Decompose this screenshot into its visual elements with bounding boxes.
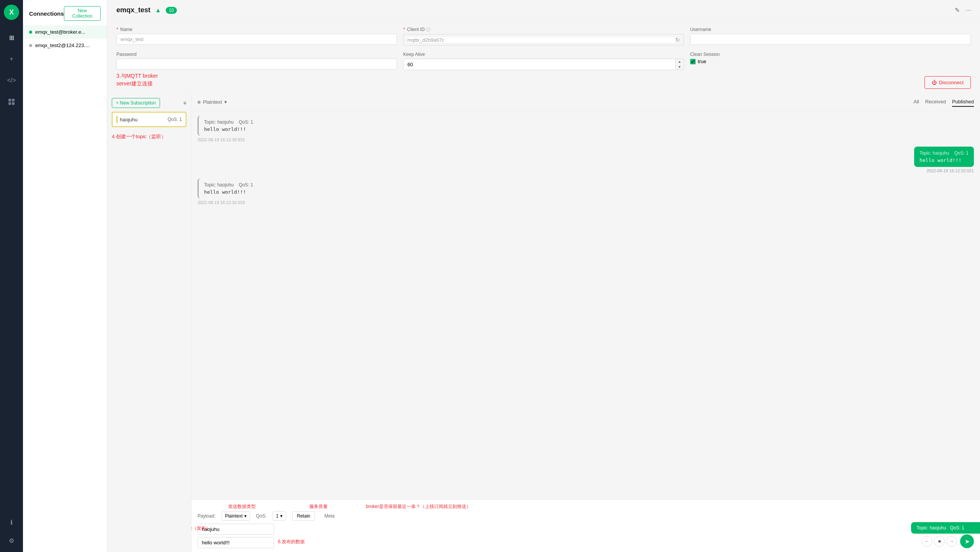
tab-received[interactable]: Received <box>925 97 946 107</box>
qos-value: 1 <box>276 513 279 519</box>
disconnect-section: 3.与MQTT brokerserver建立连接 ⏻ ⏻ Disconnect … <box>107 76 980 93</box>
svg-rect-1 <box>12 99 15 101</box>
connection-item-2[interactable]: emqx_test2@124.223.... <box>23 39 107 52</box>
sidebar-icon-info[interactable]: ℹ <box>5 515 18 529</box>
retain-button[interactable]: Retain <box>292 511 315 521</box>
publish-actions: ← ■ → ➤ <box>922 534 974 548</box>
subscriptions-panel: + New Subscription ≡ haojuhu QoS: 1 4.创建… <box>107 93 191 552</box>
annotation-6-text: 6.发布的数据 <box>278 539 305 545</box>
client-id-input[interactable] <box>407 37 675 43</box>
svg-rect-2 <box>8 102 11 105</box>
clean-session-field-group: Clean Session true <box>690 52 971 70</box>
password-field-group: Password <box>116 52 397 70</box>
subscription-item-1[interactable]: haojuhu QoS: 1 <box>112 112 186 127</box>
top-header: emqx_test ▲ 10 ✎ ··· <box>107 0 980 21</box>
username-label: Username <box>690 27 711 32</box>
keep-alive-input[interactable] <box>403 59 675 70</box>
disconnect-button[interactable]: ⏻ ⏻ Disconnect Disconnect <box>924 76 971 89</box>
clean-session-label: Clean Session <box>690 52 720 57</box>
messages-area: Plaintext ▾ All Received Published Topic… <box>191 93 980 552</box>
msg-filter-tabs: All Received Published <box>913 97 974 107</box>
msg1-text: hello world!!! <box>204 126 253 132</box>
sub-topic-label: haojuhu <box>120 117 137 122</box>
edit-icon[interactable]: ✎ <box>955 7 960 14</box>
nav-arrows: ← ■ → <box>922 536 957 547</box>
new-subscription-button[interactable]: + New Subscription <box>112 98 160 108</box>
partial-bubble: Topic: haojuhu QoS: 1 <box>911 522 980 534</box>
clean-session-wrapper: true <box>690 59 971 64</box>
connection-name: emqx_test <box>116 6 150 14</box>
more-icon[interactable]: ··· <box>966 7 971 14</box>
connection-status-dot-1 <box>29 31 32 34</box>
status-up-icon: ▲ <box>155 7 161 14</box>
password-input[interactable] <box>121 61 393 67</box>
clean-session-value: true <box>698 59 706 64</box>
svg-rect-0 <box>8 99 11 101</box>
keep-alive-down[interactable]: ▼ <box>676 64 684 70</box>
meta-label: Meta <box>324 513 335 519</box>
stop-button[interactable]: ■ <box>934 536 945 547</box>
qos-select[interactable]: 1 ▾ <box>273 511 286 521</box>
prev-button[interactable]: ← <box>922 536 933 547</box>
publish-payload-input[interactable] <box>198 537 274 548</box>
msg2-text: hello world!!! <box>920 157 969 163</box>
sidebar-icon-table[interactable] <box>5 95 18 109</box>
msg-count-badge: 10 <box>166 7 177 14</box>
plaintext-selector[interactable]: Plaintext ▾ <box>198 99 227 105</box>
refresh-icon[interactable]: ↻ <box>675 37 680 43</box>
send-button[interactable]: ➤ <box>960 534 974 548</box>
payload-chevron: ▾ <box>244 513 247 519</box>
power-icon: ⏻ <box>932 80 937 85</box>
client-id-info-icon: ⓘ <box>426 27 430 32</box>
plaintext-label: Plaintext <box>203 99 222 105</box>
main-right: emqx_test ▲ 10 ✎ ··· * Name <box>107 0 980 552</box>
tab-all[interactable]: All <box>913 97 919 107</box>
sidebar-icon-connections[interactable]: ⊞ <box>5 31 18 44</box>
annotation-retain: broker是否保留最近一条？（上线订阅就立刻推送） <box>366 503 471 510</box>
plaintext-dot <box>198 101 201 104</box>
username-input[interactable] <box>694 36 967 42</box>
username-input-wrapper <box>690 34 971 45</box>
connection-status-dot-2 <box>29 44 32 47</box>
payload-label: Payload: <box>198 513 216 519</box>
connection-item-1[interactable]: emqx_test@broker.e... <box>23 25 107 39</box>
keep-alive-up[interactable]: ▲ <box>676 59 684 64</box>
sidebar: X ⊞ + </> ℹ ⚙ <box>0 0 23 552</box>
sidebar-icon-plus[interactable]: + <box>5 52 18 66</box>
tab-published[interactable]: Published <box>952 97 974 107</box>
payload-type-value: Plaintext <box>225 513 243 519</box>
msg3-topic: Topic: haojuhu QoS: 1 <box>204 182 253 188</box>
annotation-payload-type: 发送数据类型 <box>228 503 256 510</box>
qos-label: QoS: <box>256 513 266 519</box>
connection-label-1: emqx_test@broker.e... <box>35 29 85 35</box>
filter-icon[interactable]: ≡ <box>183 100 186 106</box>
sidebar-icon-code[interactable]: </> <box>5 73 18 87</box>
msg2-topic: Topic: haojuhu QoS: 1 <box>920 150 969 156</box>
msg2-time: 2022-08-19 16:12:32:021 <box>914 168 974 173</box>
form-section: * Name * Client ID ⓘ <box>107 21 980 93</box>
keep-alive-input-wrapper: ▲ ▼ <box>403 59 684 70</box>
plaintext-chevron: ▾ <box>224 99 227 105</box>
name-input-wrapper <box>116 34 397 45</box>
annotation-4-text: 4.创建一个topic（监听） <box>112 133 186 140</box>
next-button[interactable]: → <box>946 536 957 547</box>
new-collection-button[interactable]: New Collection <box>64 6 101 21</box>
connections-panel: Connections New Collection emqx_test@bro… <box>23 0 107 552</box>
keep-alive-label: Keep Alive <box>403 52 425 57</box>
msg1-topic: Topic: haojuhu QoS: 1 <box>204 119 253 125</box>
password-label: Password <box>116 52 137 57</box>
message-item-2: Topic: haojuhu QoS: 1 hello world!!! 202… <box>914 147 974 174</box>
publish-inputs: 5.创建一个Topic（发布） 6.发布的数据 <box>198 524 274 548</box>
body-area: + New Subscription ≡ haojuhu QoS: 1 4.创建… <box>107 93 980 552</box>
username-field-group: Username <box>690 27 971 46</box>
clean-session-checkbox[interactable] <box>690 59 696 64</box>
annotation-5-text: 5.创建一个Topic（发布） <box>191 525 211 532</box>
publish-input-area: 5.创建一个Topic（发布） 6.发布的数据 ← ■ <box>198 524 974 548</box>
sub-color-bar <box>116 116 118 123</box>
sub-toolbar: + New Subscription ≡ <box>112 98 186 108</box>
payload-type-select[interactable]: Plaintext ▾ <box>222 511 250 521</box>
svg-rect-3 <box>12 102 15 105</box>
sub-qos-label: QoS: 1 <box>168 117 182 122</box>
sidebar-icon-settings[interactable]: ⚙ <box>5 534 18 547</box>
name-input[interactable] <box>121 36 393 42</box>
